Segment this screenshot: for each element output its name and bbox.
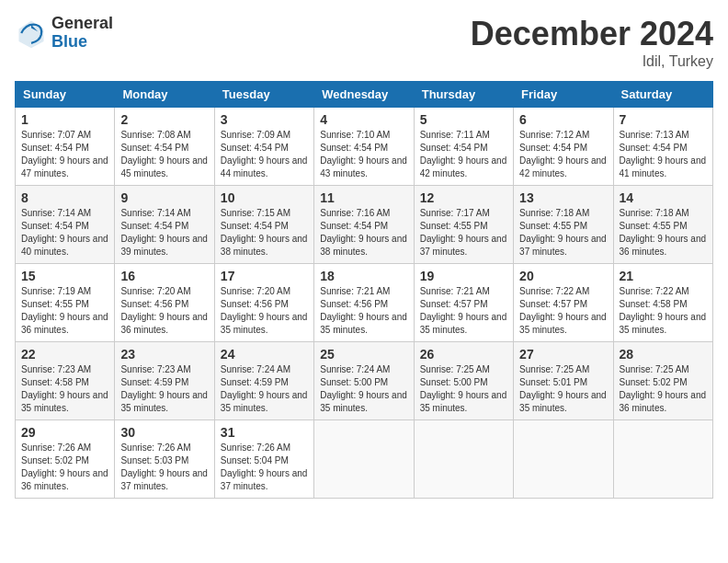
sunset-text: Sunset: 4:54 PM bbox=[420, 143, 488, 153]
sunset-text: Sunset: 4:58 PM bbox=[620, 299, 688, 309]
cell-info: Sunrise: 7:18 AM Sunset: 4:55 PM Dayligh… bbox=[519, 207, 607, 259]
cell-info: Sunrise: 7:26 AM Sunset: 5:04 PM Dayligh… bbox=[221, 442, 308, 493]
daylight-text: Daylight: 9 hours and 35 minutes. bbox=[21, 390, 108, 413]
day-number: 28 bbox=[620, 347, 707, 362]
sunrise-text: Sunrise: 7:16 AM bbox=[320, 208, 390, 218]
day-number: 18 bbox=[320, 269, 407, 283]
day-number: 21 bbox=[620, 269, 707, 283]
sunset-text: Sunset: 4:56 PM bbox=[320, 299, 388, 309]
day-number: 12 bbox=[420, 190, 507, 205]
table-row: 29 Sunrise: 7:26 AM Sunset: 5:02 PM Dayl… bbox=[16, 420, 115, 499]
sunset-text: Sunset: 4:55 PM bbox=[519, 221, 587, 231]
table-row: 7 Sunrise: 7:13 AM Sunset: 4:54 PM Dayli… bbox=[613, 108, 712, 186]
day-number: 27 bbox=[519, 347, 607, 362]
day-number: 16 bbox=[120, 269, 208, 283]
cell-info: Sunrise: 7:25 AM Sunset: 5:01 PM Dayligh… bbox=[519, 363, 607, 415]
header-sunday: Sunday bbox=[16, 82, 115, 108]
month-title: December 2024 bbox=[471, 15, 713, 53]
daylight-text: Daylight: 9 hours and 36 minutes. bbox=[21, 468, 108, 491]
daylight-text: Daylight: 9 hours and 37 minutes. bbox=[120, 468, 208, 491]
table-row: 17 Sunrise: 7:20 AM Sunset: 4:56 PM Dayl… bbox=[214, 264, 313, 342]
sunset-text: Sunset: 5:04 PM bbox=[221, 455, 289, 465]
sunset-text: Sunset: 5:01 PM bbox=[519, 377, 587, 387]
day-number: 13 bbox=[519, 190, 607, 205]
calendar-table: Sunday Monday Tuesday Wednesday Thursday… bbox=[15, 81, 713, 499]
table-row: 6 Sunrise: 7:12 AM Sunset: 4:54 PM Dayli… bbox=[514, 108, 613, 186]
sunset-text: Sunset: 4:56 PM bbox=[120, 299, 188, 309]
day-number: 22 bbox=[21, 347, 108, 362]
daylight-text: Daylight: 9 hours and 42 minutes. bbox=[519, 155, 607, 178]
daylight-text: Daylight: 9 hours and 38 minutes. bbox=[320, 234, 407, 257]
sunrise-text: Sunrise: 7:20 AM bbox=[120, 286, 190, 296]
sunrise-text: Sunrise: 7:21 AM bbox=[320, 286, 390, 296]
sunrise-text: Sunrise: 7:18 AM bbox=[519, 208, 589, 218]
day-number: 5 bbox=[420, 112, 507, 127]
sunset-text: Sunset: 4:55 PM bbox=[420, 221, 488, 231]
cell-info: Sunrise: 7:24 AM Sunset: 5:00 PM Dayligh… bbox=[320, 363, 407, 415]
daylight-text: Daylight: 9 hours and 37 minutes. bbox=[519, 234, 607, 257]
table-row: 24 Sunrise: 7:24 AM Sunset: 4:59 PM Dayl… bbox=[214, 342, 313, 420]
daylight-text: Daylight: 9 hours and 44 minutes. bbox=[221, 155, 308, 178]
sunset-text: Sunset: 4:54 PM bbox=[221, 143, 289, 153]
sunrise-text: Sunrise: 7:07 AM bbox=[21, 130, 91, 140]
sunset-text: Sunset: 5:02 PM bbox=[21, 455, 89, 465]
calendar-week-row: 8 Sunrise: 7:14 AM Sunset: 4:54 PM Dayli… bbox=[16, 186, 713, 264]
sunrise-text: Sunrise: 7:14 AM bbox=[120, 208, 190, 218]
sunrise-text: Sunrise: 7:26 AM bbox=[120, 442, 190, 453]
sunset-text: Sunset: 4:54 PM bbox=[21, 143, 89, 153]
sunset-text: Sunset: 5:00 PM bbox=[420, 377, 488, 387]
day-number: 26 bbox=[420, 347, 507, 362]
day-number: 14 bbox=[620, 190, 707, 205]
table-row: 21 Sunrise: 7:22 AM Sunset: 4:58 PM Dayl… bbox=[613, 264, 712, 342]
day-number: 6 bbox=[519, 112, 607, 127]
daylight-text: Daylight: 9 hours and 37 minutes. bbox=[221, 468, 308, 491]
table-row: 8 Sunrise: 7:14 AM Sunset: 4:54 PM Dayli… bbox=[16, 186, 115, 264]
table-row: 10 Sunrise: 7:15 AM Sunset: 4:54 PM Dayl… bbox=[214, 186, 313, 264]
sunset-text: Sunset: 4:55 PM bbox=[21, 299, 89, 309]
table-row: 5 Sunrise: 7:11 AM Sunset: 4:54 PM Dayli… bbox=[414, 108, 513, 186]
daylight-text: Daylight: 9 hours and 35 minutes. bbox=[420, 312, 507, 335]
day-number: 1 bbox=[21, 112, 108, 127]
daylight-text: Daylight: 9 hours and 41 minutes. bbox=[620, 155, 707, 178]
cell-info: Sunrise: 7:10 AM Sunset: 4:54 PM Dayligh… bbox=[320, 129, 407, 180]
table-row bbox=[314, 420, 414, 499]
cell-info: Sunrise: 7:21 AM Sunset: 4:56 PM Dayligh… bbox=[320, 285, 407, 337]
table-row: 16 Sunrise: 7:20 AM Sunset: 4:56 PM Dayl… bbox=[115, 264, 214, 342]
sunset-text: Sunset: 4:54 PM bbox=[120, 143, 188, 153]
day-number: 3 bbox=[221, 112, 308, 127]
header-saturday: Saturday bbox=[613, 82, 712, 108]
day-number: 15 bbox=[21, 269, 108, 283]
day-number: 2 bbox=[120, 112, 208, 127]
day-number: 19 bbox=[420, 269, 507, 283]
sunrise-text: Sunrise: 7:15 AM bbox=[221, 208, 290, 218]
daylight-text: Daylight: 9 hours and 35 minutes. bbox=[320, 390, 407, 413]
cell-info: Sunrise: 7:14 AM Sunset: 4:54 PM Dayligh… bbox=[120, 207, 208, 259]
sunrise-text: Sunrise: 7:26 AM bbox=[21, 442, 91, 453]
header-wednesday: Wednesday bbox=[314, 82, 414, 108]
cell-info: Sunrise: 7:11 AM Sunset: 4:54 PM Dayligh… bbox=[420, 129, 507, 180]
table-row bbox=[414, 420, 513, 499]
cell-info: Sunrise: 7:20 AM Sunset: 4:56 PM Dayligh… bbox=[221, 285, 308, 337]
day-number: 8 bbox=[21, 190, 108, 205]
cell-info: Sunrise: 7:15 AM Sunset: 4:54 PM Dayligh… bbox=[221, 207, 308, 259]
logo-text: General Blue bbox=[51, 15, 113, 52]
daylight-text: Daylight: 9 hours and 39 minutes. bbox=[120, 234, 208, 257]
logo-blue-text: Blue bbox=[51, 33, 113, 52]
calendar-week-row: 15 Sunrise: 7:19 AM Sunset: 4:55 PM Dayl… bbox=[16, 264, 713, 342]
cell-info: Sunrise: 7:22 AM Sunset: 4:58 PM Dayligh… bbox=[620, 285, 707, 337]
cell-info: Sunrise: 7:07 AM Sunset: 4:54 PM Dayligh… bbox=[21, 129, 108, 180]
sunrise-text: Sunrise: 7:25 AM bbox=[420, 364, 490, 374]
table-row: 14 Sunrise: 7:18 AM Sunset: 4:55 PM Dayl… bbox=[613, 186, 712, 264]
table-row: 2 Sunrise: 7:08 AM Sunset: 4:54 PM Dayli… bbox=[115, 108, 214, 186]
sunset-text: Sunset: 4:54 PM bbox=[620, 143, 688, 153]
sunset-text: Sunset: 5:02 PM bbox=[620, 377, 688, 387]
table-row: 15 Sunrise: 7:19 AM Sunset: 4:55 PM Dayl… bbox=[16, 264, 115, 342]
sunset-text: Sunset: 4:54 PM bbox=[221, 221, 289, 231]
cell-info: Sunrise: 7:22 AM Sunset: 4:57 PM Dayligh… bbox=[519, 285, 607, 337]
logo-icon bbox=[15, 17, 48, 50]
daylight-text: Daylight: 9 hours and 35 minutes. bbox=[420, 390, 507, 413]
table-row bbox=[514, 420, 613, 499]
day-number: 30 bbox=[120, 425, 208, 440]
logo: General Blue bbox=[15, 15, 113, 52]
calendar-week-row: 22 Sunrise: 7:23 AM Sunset: 4:58 PM Dayl… bbox=[16, 342, 713, 420]
